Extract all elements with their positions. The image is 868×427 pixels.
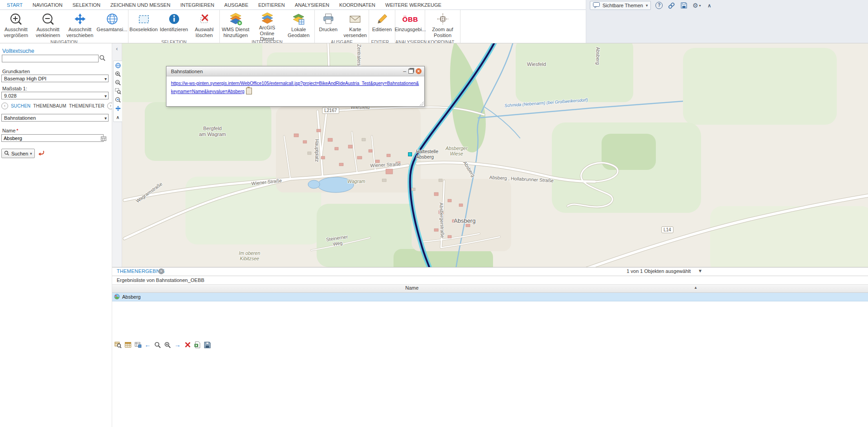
- volltextsuche-header[interactable]: Volltextsuche: [2, 48, 34, 54]
- menu-tab-navigation[interactable]: NAVIGATION: [28, 0, 67, 10]
- zoom-window-icon[interactable]: [114, 88, 122, 95]
- zoom-result-icon[interactable]: [154, 341, 161, 349]
- previous-result-icon[interactable]: ←: [144, 341, 152, 349]
- clear-selection-button[interactable]: Auswahl löschen: [189, 11, 219, 39]
- ribbon-collapse-icon[interactable]: ∧: [705, 1, 713, 9]
- map-label-im-oberen-kibitzsee: Im oberen Kibitzsee: [239, 250, 260, 261]
- zoom-out-button[interactable]: Ausschnitt verkleinern: [32, 11, 64, 39]
- search-icon[interactable]: [99, 55, 106, 63]
- dialog-resize-handle[interactable]: [420, 102, 424, 106]
- volltextsuche-input[interactable]: [2, 55, 99, 62]
- zoom-out-icon[interactable]: [114, 79, 122, 86]
- results-table-header[interactable]: Name ▲: [112, 285, 868, 293]
- printer-icon: [322, 11, 335, 27]
- sichtbare-themen-button[interactable]: Sichtbare Themen ▾: [590, 1, 651, 10]
- row-name-value: Absberg: [122, 294, 141, 300]
- external-call-link-line2[interactable]: keyname=Name&keyvalue=Absberg: [171, 89, 244, 94]
- next-result-icon[interactable]: →: [174, 341, 181, 349]
- suchen-label: Suchen: [11, 151, 28, 156]
- suchen-button[interactable]: Suchen ▾: [1, 149, 35, 158]
- export-excel-icon[interactable]: [194, 341, 201, 349]
- zoom-in-icon[interactable]: [114, 70, 122, 78]
- map-label-l14: L14: [661, 226, 674, 233]
- menu-tab-weitere-werkzeuge[interactable]: WEITERE WERKZEUGE: [380, 0, 446, 10]
- map-canvas[interactable]: Wiesfeld Absberg Schmida (Nebenarm) (bei…: [122, 43, 868, 267]
- pan-arrows-icon: [74, 11, 86, 27]
- zoom-previous-icon[interactable]: [114, 96, 122, 103]
- zoom-in-button[interactable]: Ausschnitt vergrößern: [0, 11, 32, 39]
- panel-expand-icon[interactable]: ▼: [698, 268, 702, 273]
- weboffice-app: START NAVIGATION SELEKTION ZEICHNEN UND …: [0, 0, 868, 427]
- crosshair-icon: [436, 11, 449, 27]
- map-label-hauptplatz: Hauptplatz: [314, 139, 320, 162]
- name-input[interactable]: [1, 134, 104, 142]
- menu-tab-zeichnen[interactable]: ZEICHNEN UND MESSEN: [105, 0, 175, 10]
- settings-gear-icon[interactable]: ⚙▾: [693, 1, 701, 9]
- sidebar: Volltextsuche Grundkarten Basemap High D…: [0, 43, 112, 427]
- tab-suchen[interactable]: SUCHEN: [11, 103, 30, 108]
- column-header-name[interactable]: Name: [405, 285, 418, 291]
- sort-asc-icon[interactable]: ▲: [694, 286, 697, 290]
- menu-tab-analysieren[interactable]: ANALYSIEREN: [290, 0, 334, 10]
- box-select-button[interactable]: Boxselektion: [128, 11, 159, 39]
- external-call-link[interactable]: https://w-ws-ginten.synergis.intern/WebO…: [171, 80, 420, 87]
- menu-tab-koordinaten[interactable]: KOORDINATEN: [334, 0, 380, 10]
- menu-tab-selektion[interactable]: SELEKTION: [67, 0, 105, 10]
- result-table-icon[interactable]: [124, 341, 132, 349]
- save-results-icon[interactable]: [204, 341, 211, 349]
- pan-button[interactable]: Ausschnitt verschieben: [64, 11, 96, 39]
- reset-search-icon[interactable]: [38, 150, 45, 158]
- tabs-scroll-left-icon[interactable]: ‹: [1, 103, 8, 109]
- menu-tab-start[interactable]: START: [2, 0, 28, 10]
- send-map-button[interactable]: Karte versenden: [342, 11, 369, 39]
- dialog-restore-icon[interactable]: [408, 69, 413, 74]
- help-icon[interactable]: ?: [655, 2, 663, 9]
- zoom-to-position-button[interactable]: Zoom auf Position: [425, 11, 460, 39]
- add-to-table-icon[interactable]: [134, 341, 142, 349]
- basemap-select[interactable]: Basemap High DPI ▾: [1, 75, 109, 82]
- clear-results-icon[interactable]: [184, 341, 191, 349]
- copy-link-icon[interactable]: [246, 88, 252, 94]
- link-icon[interactable]: [667, 1, 675, 9]
- menu-tab-editieren[interactable]: EDITIEREN: [253, 0, 290, 10]
- dialog-minimize-icon[interactable]: –: [403, 69, 406, 74]
- scale-value: 9.028: [4, 93, 17, 99]
- dialog-close-icon[interactable]: ×: [416, 68, 422, 74]
- tab-themenbaum[interactable]: THEMENBAUM: [33, 103, 66, 108]
- tab-themenfilter[interactable]: THEMENFILTER: [69, 103, 104, 108]
- panel-collapse-icon[interactable]: ‹: [112, 45, 122, 52]
- tab-themenergebnis[interactable]: THEMENERGEBNIS: [117, 268, 165, 274]
- station-marker[interactable]: [408, 152, 412, 156]
- dialog-titlebar[interactable]: Bahnstationen – ×: [166, 66, 424, 76]
- wms-add-button[interactable]: WMS Dienst hinzufügen: [220, 11, 251, 39]
- results-close-icon[interactable]: ×: [158, 268, 164, 274]
- topright-panel: Sichtbare Themen ▾ ? ⚙▾ ∧: [586, 0, 868, 43]
- scale-select[interactable]: 9.028 ▾: [1, 92, 109, 99]
- local-geodata-button[interactable]: Lokale Geodaten: [283, 11, 314, 39]
- zoom-to-result-icon[interactable]: [114, 341, 122, 349]
- einzugsgebiet-button[interactable]: ÖBB Einzugsgebi...: [395, 11, 425, 39]
- theme-select[interactable]: Bahnstationen ▾: [1, 114, 109, 122]
- menu-tab-ausgabe[interactable]: AUSGABE: [219, 0, 253, 10]
- overview-globe-icon[interactable]: [114, 62, 122, 69]
- ribbon-group-integrieren: WMS Dienst hinzufügen ArcGIS Online Dien…: [220, 10, 315, 43]
- arcgis-online-button[interactable]: ArcGIS Online Dienst: [251, 11, 283, 39]
- zoom-in-icon: [9, 11, 23, 27]
- zoom-all-results-icon[interactable]: [164, 341, 171, 349]
- globe-icon: [105, 11, 119, 27]
- chevron-down-icon: ▾: [30, 151, 32, 156]
- identify-button[interactable]: Identifizieren: [159, 11, 189, 39]
- toolbar-collapse-up-icon[interactable]: ∧: [114, 113, 122, 121]
- print-button[interactable]: Drucken: [315, 11, 342, 39]
- pan-icon[interactable]: [114, 105, 122, 112]
- save-icon[interactable]: [680, 1, 688, 9]
- full-extent-button[interactable]: Gesamtansi...: [96, 11, 128, 39]
- chevron-down-icon: ▾: [104, 115, 107, 122]
- name-field-label: Name*: [2, 128, 19, 133]
- table-row[interactable]: Absberg: [112, 293, 868, 301]
- layers-icon: [261, 11, 274, 25]
- edit-button[interactable]: Editieren: [369, 11, 395, 39]
- ribbon-group-navigation: Ausschnitt vergrößern Ausschnitt verklei…: [0, 10, 128, 43]
- field-picker-icon[interactable]: [101, 135, 106, 143]
- menu-tab-integrieren[interactable]: INTEGRIEREN: [175, 0, 219, 10]
